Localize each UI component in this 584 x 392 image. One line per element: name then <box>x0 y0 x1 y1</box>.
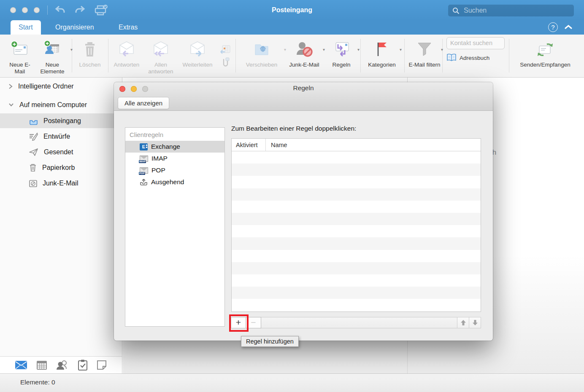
table-row <box>232 262 481 274</box>
sidebar-section-on-my-computer[interactable]: Auf meinem Computer <box>0 99 122 110</box>
forward-button[interactable]: Weiterleiten <box>179 37 216 68</box>
calendar-module-icon[interactable] <box>36 360 48 371</box>
move-icon <box>252 40 271 58</box>
table-row <box>232 225 481 237</box>
tooltip: Regel hinzufügen <box>241 336 299 347</box>
filter-icon <box>415 40 434 59</box>
account-item-pop[interactable]: POP POP <box>125 164 224 176</box>
search-input[interactable]: Suchen <box>448 5 574 16</box>
exchange-icon: E <box>140 143 148 150</box>
notes-module-icon[interactable] <box>96 360 107 371</box>
new-email-icon <box>11 40 29 58</box>
dialog-title: Regeln <box>114 84 493 92</box>
table-row <box>232 299 481 311</box>
minimize-button[interactable] <box>22 7 28 13</box>
rules-button[interactable]: ▾ Regeln <box>325 37 358 68</box>
sidebar-section-smart-folders[interactable]: Intelligente Ordner <box>0 81 122 92</box>
account-item-exchange[interactable]: E Exchange <box>125 141 224 153</box>
tasks-module-icon[interactable] <box>77 359 88 371</box>
new-items-button[interactable]: ▾ Neue Elemente <box>34 37 71 75</box>
reply-button[interactable]: Antworten <box>111 37 143 68</box>
column-name: Name <box>266 142 287 148</box>
dropdown-caret: ▾ <box>441 47 443 52</box>
ribbon-separator <box>235 39 236 72</box>
dropdown-caret: ▾ <box>400 47 402 52</box>
meeting-icon <box>220 44 231 54</box>
status-bar: Elemente: 0 <box>0 373 584 392</box>
print-icon[interactable] <box>93 4 109 16</box>
redo-icon[interactable] <box>73 4 87 16</box>
zoom-button[interactable] <box>34 7 40 13</box>
meeting-attachment-group[interactable] <box>217 37 234 75</box>
dropdown-caret: ▾ <box>357 47 360 52</box>
sidebar-item-junk[interactable]: Junk-E-Mail <box>0 176 122 191</box>
sidebar-item-posteingang[interactable]: Posteingang <box>0 113 122 128</box>
outlook-window: Posteingang Suchen Start Organisieren Ex… <box>0 0 584 392</box>
table-row <box>232 250 481 262</box>
arrow-up-icon <box>460 320 466 326</box>
dropdown-caret: ▾ <box>70 47 73 52</box>
address-book-button[interactable]: Adressbuch <box>446 54 506 62</box>
show-all-button[interactable]: Alle anzeigen <box>118 97 169 109</box>
list-header: Clientregeln <box>125 128 224 141</box>
collapse-ribbon-icon[interactable] <box>564 24 573 30</box>
ribbon-separator <box>404 39 405 72</box>
flag-icon <box>373 40 391 59</box>
categories-button[interactable]: ▾ Kategorien <box>364 37 400 68</box>
ribbon: Neue E-Mail ▾ Neue Elemente Löschen <box>0 35 584 78</box>
ribbon-separator <box>360 39 361 72</box>
ribbon-separator <box>72 39 72 72</box>
traffic-lights <box>10 7 40 13</box>
pop-icon: POP <box>140 167 148 174</box>
junk-email-button[interactable]: ▾ Junk-E-Mail <box>285 37 323 68</box>
sidebar-item-entwuerfe[interactable]: Entwürfe <box>0 129 122 144</box>
reply-all-button[interactable]: Allen antworten <box>143 37 178 75</box>
rule-source-list[interactable]: Clientregeln E Exchange IMAP IMAP POP PO… <box>125 127 225 327</box>
ribbon-separator <box>108 39 108 72</box>
table-row <box>232 287 481 299</box>
move-rule-down-button[interactable] <box>469 317 481 328</box>
new-items-icon <box>42 40 62 59</box>
ribbon-tab-row: Start Organisieren Extras ? <box>0 20 584 35</box>
junk-folder-icon <box>29 179 38 188</box>
send-receive-button[interactable]: Senden/Empfangen <box>512 37 578 68</box>
table-row <box>232 274 481 287</box>
trash-outline-icon <box>29 163 37 172</box>
attachment-icon <box>221 57 230 68</box>
people-module-icon[interactable] <box>56 360 69 371</box>
table-row <box>232 164 481 176</box>
table-row <box>232 188 481 201</box>
help-icon[interactable]: ? <box>548 22 558 32</box>
chevron-right-icon <box>8 83 13 89</box>
tab-start[interactable]: Start <box>11 20 41 35</box>
outgoing-icon <box>140 178 148 186</box>
rules-table-header: Aktiviert Name <box>232 139 481 151</box>
delete-button[interactable]: Löschen <box>75 37 105 68</box>
mail-module-icon[interactable] <box>14 360 28 370</box>
close-button[interactable] <box>10 7 16 13</box>
find-contact-input[interactable]: Kontakt suchen <box>446 37 505 49</box>
table-row <box>232 213 481 225</box>
account-item-outgoing[interactable]: Ausgehend <box>125 176 224 188</box>
move-rule-up-button[interactable] <box>457 317 469 328</box>
filter-email-button[interactable]: ▾ E-Mail filtern <box>408 37 441 68</box>
rules-icon <box>332 40 351 59</box>
new-email-button[interactable]: Neue E-Mail <box>7 37 33 75</box>
ribbon-separator <box>509 39 509 72</box>
account-item-imap[interactable]: IMAP IMAP <box>125 153 224 164</box>
tab-extras[interactable]: Extras <box>111 20 146 35</box>
undo-icon[interactable] <box>53 4 68 16</box>
table-row <box>232 151 481 164</box>
send-receive-icon <box>535 40 555 59</box>
tab-organisieren[interactable]: Organisieren <box>47 20 102 35</box>
move-button[interactable]: ▾ Verschieben <box>239 37 284 68</box>
sidebar-item-gesendet[interactable]: Gesendet <box>0 145 122 159</box>
chevron-down-icon <box>8 103 14 107</box>
table-row <box>232 237 481 250</box>
dialog-titlebar: Regeln Alle anzeigen <box>114 82 493 111</box>
rules-table[interactable]: Aktiviert Name <box>231 138 481 312</box>
contact-group: Kontakt suchen Adressbuch <box>446 37 506 62</box>
sidebar-item-papierkorb[interactable]: Papierkorb <box>0 160 122 175</box>
imap-icon: IMAP <box>140 156 148 162</box>
table-row <box>232 176 481 188</box>
